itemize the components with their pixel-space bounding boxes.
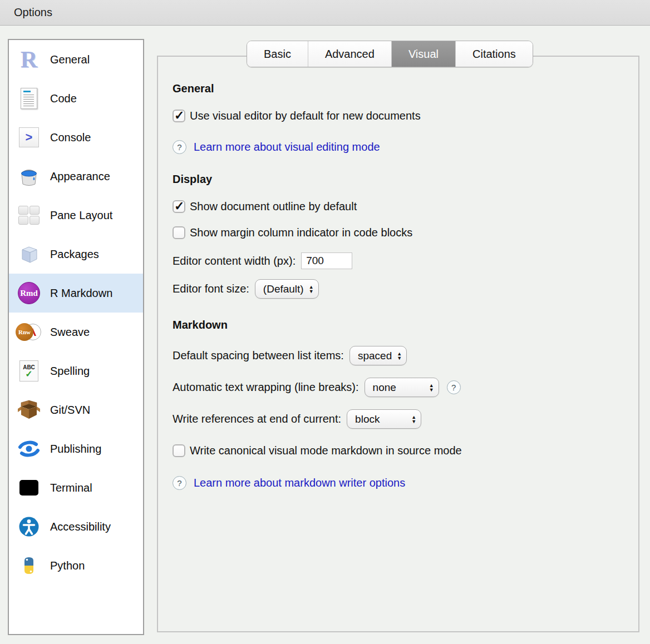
paint-bucket-icon — [16, 163, 42, 190]
terminal-icon — [16, 474, 42, 501]
sidebar-item-pane-layout[interactable]: Pane Layout — [9, 196, 143, 235]
use-visual-editor-row: Use visual editor by default for new doc… — [173, 110, 622, 122]
sidebar-item-label: Git/SVN — [50, 404, 90, 417]
text-wrapping-help-icon[interactable]: ? — [447, 380, 461, 394]
list-spacing-label: Default spacing between list items: — [173, 349, 344, 362]
sidebar-item-label: Python — [50, 559, 85, 572]
editor-content-width-input[interactable] — [301, 252, 352, 269]
references-row: Write references at end of current: bloc… — [173, 409, 622, 429]
tab-advanced[interactable]: Advanced — [308, 41, 391, 67]
show-outline-row: Show document outline by default — [173, 200, 622, 213]
sidebar-item-appearance[interactable]: Appearance — [9, 157, 143, 196]
section-heading-display: Display — [173, 173, 622, 186]
visual-editing-help-row: ? Learn more about visual editing mode — [173, 140, 622, 154]
sidebar-item-packages[interactable]: Packages — [9, 235, 143, 274]
sidebar-item-label: Appearance — [50, 170, 110, 183]
sidebar-item-label: R Markdown — [50, 287, 112, 300]
spinner-arrows-icon: ▲▼ — [309, 285, 314, 294]
section-heading-markdown: Markdown — [173, 319, 622, 331]
use-visual-editor-label: Use visual editor by default for new doc… — [190, 110, 421, 122]
sidebar-item-general[interactable]: R General — [9, 40, 143, 79]
publishing-icon — [16, 435, 42, 462]
sidebar-item-git-svn[interactable]: Git/SVN — [9, 390, 143, 429]
sidebar-item-label: Packages — [50, 248, 99, 261]
sidebar-item-sweave[interactable]: Rnw Sweave — [9, 313, 143, 351]
sidebar-item-code[interactable]: Code — [9, 79, 143, 118]
package-box-icon — [16, 241, 42, 267]
spinner-arrows-icon: ▲▼ — [397, 351, 402, 360]
sidebar-item-python[interactable]: Python — [9, 546, 143, 585]
spinner-arrows-icon: ▲▼ — [411, 415, 416, 424]
markdown-writer-help-row: ? Learn more about markdown writer optio… — [173, 476, 622, 490]
r-logo-icon: R — [16, 46, 42, 73]
accessibility-icon — [16, 513, 42, 540]
sidebar-item-label: Accessibility — [50, 521, 111, 533]
console-prompt-icon: > — [16, 124, 42, 151]
rmarkdown-icon: Rmd — [16, 280, 42, 306]
sidebar-item-label: Spelling — [50, 365, 90, 378]
editor-font-size-row: Editor font size: (Default) ▲▼ — [173, 279, 622, 299]
window-title: Options — [14, 6, 52, 19]
sidebar-item-label: Terminal — [50, 482, 92, 494]
tab-citations[interactable]: Citations — [455, 41, 533, 67]
canonical-markdown-label: Write canonical visual mode markdown in … — [190, 444, 462, 457]
sidebar: R General Code > Console Appearance Pane… — [8, 39, 144, 635]
text-wrapping-label: Automatic text wrapping (line breaks): — [173, 381, 359, 394]
sidebar-item-publishing[interactable]: Publishing — [9, 429, 143, 468]
references-select[interactable]: block ▲▼ — [347, 409, 421, 429]
sidebar-item-console[interactable]: > Console — [9, 118, 143, 157]
visual-editing-help-link[interactable]: Learn more about visual editing mode — [194, 141, 380, 153]
editor-font-size-select[interactable]: (Default) ▲▼ — [255, 279, 319, 299]
pane-grid-icon — [16, 202, 42, 229]
sidebar-item-terminal[interactable]: Terminal — [9, 468, 143, 507]
spinner-arrows-icon: ▲▼ — [429, 383, 434, 392]
editor-font-size-label: Editor font size: — [173, 283, 249, 295]
section-heading-general: General — [173, 82, 622, 95]
show-outline-checkbox[interactable] — [173, 200, 185, 213]
spelling-check-icon: ABC ✓ — [16, 358, 42, 384]
sidebar-item-label: Code — [50, 92, 77, 105]
help-icon[interactable]: ? — [173, 476, 186, 490]
git-svn-box-icon — [16, 397, 42, 423]
show-margin-checkbox[interactable] — [173, 226, 185, 239]
show-margin-row: Show margin column indicator in code blo… — [173, 226, 622, 239]
show-margin-label: Show margin column indicator in code blo… — [190, 226, 412, 239]
settings-panel: General Use visual editor by default for… — [157, 56, 639, 632]
sidebar-item-label: Publishing — [50, 443, 101, 455]
tab-bar: Basic Advanced Visual Citations — [247, 41, 533, 67]
tab-visual[interactable]: Visual — [391, 41, 455, 67]
sweave-icon: Rnw — [16, 319, 42, 345]
markdown-writer-help-link[interactable]: Learn more about markdown writer options — [194, 477, 405, 489]
text-wrapping-select[interactable]: none ▲▼ — [365, 378, 439, 397]
editor-content-width-row: Editor content width (px): — [173, 252, 622, 269]
canonical-markdown-row: Write canonical visual mode markdown in … — [173, 444, 622, 457]
sidebar-item-label: Pane Layout — [50, 209, 112, 222]
sidebar-item-label: General — [50, 53, 90, 66]
sidebar-item-accessibility[interactable]: Accessibility — [9, 507, 143, 546]
use-visual-editor-checkbox[interactable] — [173, 110, 185, 122]
tab-basic[interactable]: Basic — [247, 41, 308, 67]
code-document-icon — [16, 85, 42, 112]
text-wrapping-row: Automatic text wrapping (line breaks): n… — [173, 378, 622, 397]
references-label: Write references at end of current: — [173, 413, 341, 425]
sidebar-item-label: Sweave — [50, 326, 90, 339]
editor-content-width-label: Editor content width (px): — [173, 255, 296, 267]
sidebar-item-label: Console — [50, 131, 91, 144]
list-spacing-select[interactable]: spaced ▲▼ — [349, 346, 407, 365]
window-titlebar: Options — [0, 0, 650, 26]
help-icon[interactable]: ? — [173, 140, 186, 154]
list-spacing-row: Default spacing between list items: spac… — [173, 346, 622, 365]
sidebar-item-r-markdown[interactable]: Rmd R Markdown — [9, 274, 143, 313]
python-icon — [16, 552, 42, 579]
show-outline-label: Show document outline by default — [190, 200, 357, 213]
sidebar-item-spelling[interactable]: ABC ✓ Spelling — [9, 351, 143, 390]
canonical-markdown-checkbox[interactable] — [173, 444, 185, 457]
